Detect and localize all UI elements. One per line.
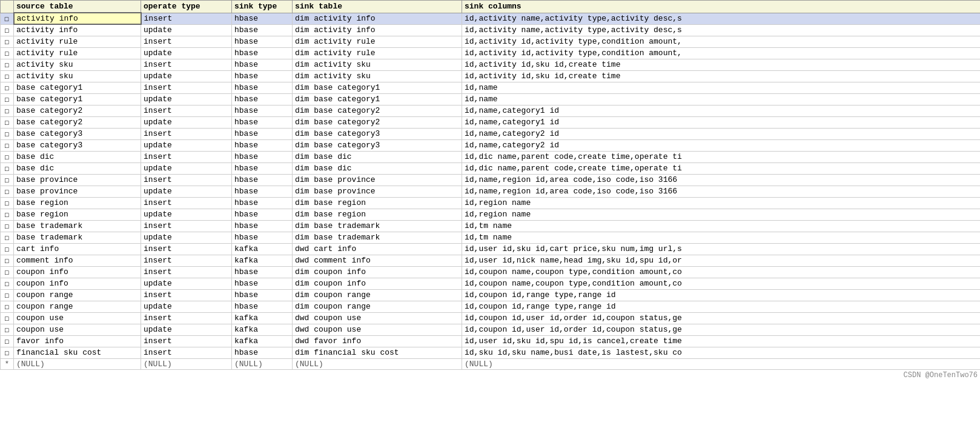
table-row[interactable]: ☐coupon infoinserthbasedim coupon infoid…: [1, 266, 981, 278]
cell-checkbox[interactable]: ☐: [1, 128, 14, 139]
table-row[interactable]: ☐activity ruleinserthbasedim activity ru…: [1, 36, 981, 47]
cell-checkbox[interactable]: ☐: [1, 220, 14, 232]
table-row[interactable]: ☐base category2inserthbasedim base categ…: [1, 105, 981, 116]
header-source-table[interactable]: source table: [14, 1, 141, 13]
cell-sink-columns: id,user id,nick name,head img,sku id,spu…: [462, 255, 981, 266]
cell-source-table: base dic: [14, 151, 141, 162]
table-row[interactable]: ☐base category1inserthbasedim base categ…: [1, 82, 981, 93]
cell-checkbox[interactable]: ☐: [1, 301, 14, 312]
cell-checkbox[interactable]: ☐: [1, 186, 14, 197]
cell-sink-type: hbase: [232, 232, 293, 243]
table-row[interactable]: ☐coupon useupdatekafkadwd coupon useid,c…: [1, 324, 981, 335]
cell-checkbox[interactable]: ☐: [1, 324, 14, 335]
table-row[interactable]: ☐base category3updatehbasedim base categ…: [1, 139, 981, 151]
table-row[interactable]: ☐activity infoinserthbasedim activity in…: [1, 13, 981, 24]
table-row[interactable]: ☐coupon rangeinserthbasedim coupon range…: [1, 289, 981, 301]
cell-sink-type: hbase: [232, 82, 293, 93]
cell-checkbox[interactable]: ☐: [1, 289, 14, 301]
cell-sink-table: dim base trademark: [293, 232, 462, 243]
cell-source-table: activity info: [14, 13, 141, 24]
cell-checkbox[interactable]: ☐: [1, 151, 14, 162]
cell-sink-type: kafka: [232, 243, 293, 255]
cell-operate-type: insert: [141, 105, 232, 116]
table-row[interactable]: ☐base category2updatehbasedim base categ…: [1, 116, 981, 128]
cell-source-table: base trademark: [14, 232, 141, 243]
cell-checkbox[interactable]: ☐: [1, 255, 14, 266]
cell-sink-type: hbase: [232, 93, 293, 105]
cell-operate-type: update: [141, 278, 232, 289]
cell-checkbox[interactable]: ☐: [1, 105, 14, 116]
table-row[interactable]: ☐activity infoupdatehbasedim activity in…: [1, 24, 981, 36]
header-checkbox[interactable]: [1, 1, 14, 13]
cell-checkbox[interactable]: ☐: [1, 13, 14, 24]
cell-sink-table: dwd comment info: [293, 255, 462, 266]
header-sink-table[interactable]: sink table: [293, 1, 462, 13]
cell-sink-type: hbase: [232, 174, 293, 186]
table-row[interactable]: *(NULL)(NULL)(NULL)(NULL)(NULL): [1, 358, 981, 369]
table-row[interactable]: ☐base category3inserthbasedim base categ…: [1, 128, 981, 139]
cell-sink-columns: id,activity id,sku id,create time: [462, 70, 981, 82]
cell-operate-type: update: [141, 232, 232, 243]
cell-checkbox[interactable]: ☐: [1, 174, 14, 186]
table-row[interactable]: ☐base regioninserthbasedim base regionid…: [1, 197, 981, 209]
cell-checkbox[interactable]: ☐: [1, 82, 14, 93]
cell-sink-table: dim activity sku: [293, 59, 462, 70]
table-row[interactable]: ☐base trademarkinserthbasedim base trade…: [1, 220, 981, 232]
table-row[interactable]: ☐financial sku costinserthbasedim financ…: [1, 347, 981, 358]
table-row[interactable]: ☐coupon rangeupdatehbasedim coupon range…: [1, 301, 981, 312]
cell-checkbox[interactable]: ☐: [1, 116, 14, 128]
cell-checkbox[interactable]: ☐: [1, 70, 14, 82]
cell-operate-type: insert: [141, 347, 232, 358]
cell-source-table: coupon use: [14, 324, 141, 335]
cell-checkbox[interactable]: ☐: [1, 93, 14, 105]
cell-checkbox[interactable]: ☐: [1, 24, 14, 36]
cell-sink-columns: id,coupon id,range type,range id: [462, 301, 981, 312]
cell-sink-table: (NULL): [293, 358, 462, 369]
table-row[interactable]: ☐base category1updatehbasedim base categ…: [1, 93, 981, 105]
cell-sink-columns: id,name,category2 id: [462, 128, 981, 139]
cell-sink-type: hbase: [232, 266, 293, 278]
cell-checkbox[interactable]: ☐: [1, 335, 14, 347]
table-row[interactable]: ☐favor infoinsertkafkadwd favor infoid,u…: [1, 335, 981, 347]
cell-checkbox[interactable]: ☐: [1, 312, 14, 324]
cell-checkbox[interactable]: ☐: [1, 347, 14, 358]
header-operate-type[interactable]: operate type: [141, 1, 232, 13]
cell-checkbox[interactable]: ☐: [1, 278, 14, 289]
table-row[interactable]: ☐base provinceinserthbasedim base provin…: [1, 174, 981, 186]
cell-sink-type: (NULL): [232, 358, 293, 369]
watermark: CSDN @OneTenTwo76: [0, 370, 980, 381]
table-row[interactable]: ☐base dicinserthbasedim base dicid,dic n…: [1, 151, 981, 162]
table-row[interactable]: ☐activity ruleupdatehbasedim activity ru…: [1, 47, 981, 59]
cell-checkbox[interactable]: ☐: [1, 47, 14, 59]
table-row[interactable]: ☐base regionupdatehbasedim base regionid…: [1, 209, 981, 220]
cell-checkbox[interactable]: ☐: [1, 139, 14, 151]
cell-sink-columns: id,tm name: [462, 232, 981, 243]
table-row[interactable]: ☐comment infoinsertkafkadwd comment info…: [1, 255, 981, 266]
cell-checkbox[interactable]: ☐: [1, 162, 14, 174]
cell-sink-type: hbase: [232, 13, 293, 24]
table-row[interactable]: ☐cart infoinsertkafkadwd cart infoid,use…: [1, 243, 981, 255]
cell-sink-columns: id,activity name,activity type,activity …: [462, 13, 981, 24]
cell-checkbox[interactable]: ☐: [1, 59, 14, 70]
table-row[interactable]: ☐base dicupdatehbasedim base dicid,dic n…: [1, 162, 981, 174]
table-row[interactable]: ☐base provinceupdatehbasedim base provin…: [1, 186, 981, 197]
cell-operate-type: insert: [141, 59, 232, 70]
cell-sink-type: hbase: [232, 36, 293, 47]
cell-checkbox[interactable]: ☐: [1, 232, 14, 243]
table-row[interactable]: ☐activity skuupdatehbasedim activity sku…: [1, 70, 981, 82]
table-row[interactable]: ☐base trademarkupdatehbasedim base trade…: [1, 232, 981, 243]
table-row[interactable]: ☐coupon infoupdatehbasedim coupon infoid…: [1, 278, 981, 289]
table-row[interactable]: ☐coupon useinsertkafkadwd coupon useid,c…: [1, 312, 981, 324]
header-sink-type[interactable]: sink type: [232, 1, 293, 13]
cell-sink-columns: id,region name: [462, 209, 981, 220]
cell-checkbox[interactable]: ☐: [1, 243, 14, 255]
table-header-row: source table operate type sink type sink…: [1, 1, 981, 13]
cell-checkbox[interactable]: ☐: [1, 36, 14, 47]
cell-checkbox[interactable]: ☐: [1, 266, 14, 278]
cell-sink-columns: id,activity id,sku id,create time: [462, 59, 981, 70]
cell-checkbox[interactable]: ☐: [1, 209, 14, 220]
header-sink-columns[interactable]: sink columns: [462, 1, 981, 13]
table-row[interactable]: ☐activity skuinserthbasedim activity sku…: [1, 59, 981, 70]
cell-checkbox[interactable]: ☐: [1, 197, 14, 209]
cell-checkbox[interactable]: *: [1, 358, 14, 369]
